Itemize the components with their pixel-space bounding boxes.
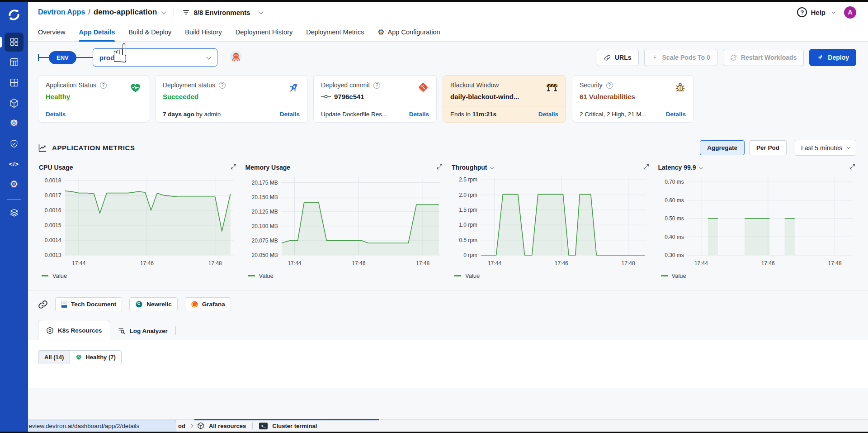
sidebar: ☸ </> ⚙ — [0, 2, 28, 432]
tab-build-history[interactable]: Build History — [185, 23, 222, 42]
sidebar-item-chart-store[interactable] — [0, 93, 28, 113]
screen-top-edge — [0, 0, 868, 2]
active-tab-indicator — [194, 419, 379, 420]
terminal-icon: >_ — [259, 423, 268, 429]
throughput-plot: 17:4417:4617:480 rpm0.5 rpm1.0 rpm1.5 rp… — [451, 173, 650, 269]
tab-label: K8s Resources — [58, 327, 102, 334]
tab-log-analyzer[interactable]: Log Analyzer — [110, 322, 175, 340]
details-link[interactable]: Details — [538, 111, 558, 118]
app-switcher-chevron-icon[interactable] — [161, 9, 166, 14]
chart-title[interactable]: Latency 99.9 — [658, 164, 696, 171]
blackout-window-card[interactable]: Blackout Window daily-blackout-wind... E… — [443, 75, 566, 123]
latency-plot: 17:4417:4617:480.30 ms0.40 ms0.50 ms0.60… — [657, 173, 857, 269]
tab-deployment-history[interactable]: Deployment History — [236, 23, 293, 42]
document-icon — [61, 300, 67, 308]
svg-text:0.70 ms: 0.70 ms — [665, 179, 684, 185]
card-title: Security — [580, 81, 603, 89]
urls-button-label: URLs — [615, 54, 632, 61]
help-menu[interactable]: ? Help — [797, 7, 835, 17]
deployed-commit-card[interactable]: Deployed commit? 9796c541 Update Dockerf… — [313, 75, 437, 123]
user-avatar[interactable]: A — [844, 6, 856, 19]
svg-text:0.0018: 0.0018 — [45, 177, 61, 184]
application-status-card[interactable]: Application Status? Healthy Details — [38, 75, 149, 123]
help-icon[interactable]: ? — [219, 82, 226, 89]
sidebar-item-stack[interactable] — [0, 202, 28, 223]
breadcrumb-app-name[interactable]: demo-application — [94, 8, 157, 17]
restart-workloads-label: Restart Workloads — [741, 54, 797, 61]
tab-build-deploy[interactable]: Build & Deploy — [128, 23, 171, 42]
app-screen: ☸ </> ⚙ Devtron Apps / demo-application — [0, 0, 868, 433]
severity-summary-text: 2 Critical, 2 High, 21 M... — [580, 111, 646, 118]
chart-metric-chevron-icon[interactable] — [698, 165, 702, 169]
time-range-dropdown[interactable]: Last 5 minutes — [795, 140, 856, 156]
sidebar-item-global-config[interactable]: ⚙ — [0, 174, 28, 195]
link-label: Grafana — [202, 301, 225, 308]
app-header: Devtron Apps / demo-application 8/8 Envi… — [28, 2, 868, 23]
filter-healthy[interactable]: Healthy (7) — [70, 351, 121, 364]
selected-environment: prod — [99, 54, 114, 62]
header-divider — [174, 7, 174, 17]
code-icon: </> — [5, 155, 24, 174]
details-link[interactable]: Details — [280, 111, 300, 118]
aggregate-toggle[interactable]: Aggregate — [700, 140, 745, 155]
help-icon[interactable]: ? — [100, 82, 107, 89]
sidebar-item-code[interactable]: </> — [0, 154, 28, 174]
tab-app-details[interactable]: App Details — [79, 23, 115, 42]
sidebar-item-security[interactable] — [0, 133, 28, 154]
all-resources-tab[interactable]: All resources — [209, 423, 246, 429]
restart-workloads-button[interactable]: Restart Workloads — [723, 49, 804, 66]
svg-text:20.175 MB: 20.175 MB — [251, 180, 278, 186]
expand-icon[interactable] — [231, 164, 236, 171]
grafana-link[interactable]: Grafana — [185, 297, 231, 311]
per-pod-toggle[interactable]: Per Pod — [749, 140, 787, 155]
newrelic-link[interactable]: Newrelic — [129, 297, 178, 311]
environments-selector[interactable]: 8/8 Environments — [182, 9, 263, 16]
tab-k8s-resources[interactable]: K8s Resources — [38, 320, 110, 340]
heart-pulse-icon — [75, 354, 82, 361]
card-title: Blackout Window — [450, 81, 499, 89]
card-title: Application Status — [46, 81, 96, 89]
urls-button[interactable]: URLs — [597, 49, 639, 66]
security-card[interactable]: Security? 61 Vulnerabilities 2 Critical,… — [572, 75, 693, 123]
details-link[interactable]: Details — [46, 111, 66, 118]
help-icon[interactable]: ? — [606, 82, 613, 89]
tech-document-link[interactable]: Tech Document — [55, 297, 122, 311]
throughput-chart: Throughput 17:4417:4617:480 rpm0.5 rpm1.… — [451, 163, 650, 279]
details-link[interactable]: Details — [666, 111, 686, 118]
svg-text:0.40 ms: 0.40 ms — [665, 234, 684, 240]
layers-icon — [5, 203, 24, 222]
expand-icon[interactable] — [643, 164, 649, 171]
environment-dropdown[interactable]: prod — [93, 48, 217, 67]
time-range-chevron-icon — [847, 145, 850, 149]
memory-usage-plot: 17:4417:4617:4820.050 MB20.075 MB20.100 … — [245, 173, 444, 269]
tab-deployment-metrics[interactable]: Deployment Metrics — [306, 23, 364, 42]
sidebar-item-app-groups[interactable] — [0, 72, 28, 93]
sidebar-item-jobs[interactable] — [0, 52, 28, 72]
deployment-status-value: Succeeded — [163, 93, 226, 100]
svg-text:0.0013: 0.0013 — [45, 252, 61, 258]
devtron-logo-icon[interactable] — [6, 7, 22, 24]
tab-overview[interactable]: Overview — [38, 23, 65, 42]
breadcrumb-fragment[interactable]: od — [178, 423, 185, 429]
tab-app-configuration[interactable]: ⚙ App Configuration — [377, 23, 440, 42]
chart-title[interactable]: Throughput — [452, 164, 487, 171]
deployment-status-card[interactable]: Deployment status? Succeeded 7 days ago … — [155, 75, 307, 123]
deploy-button[interactable]: Deploy — [809, 49, 856, 66]
expand-icon[interactable] — [437, 164, 443, 171]
details-link[interactable]: Details — [409, 111, 429, 118]
chart-metric-chevron-icon[interactable] — [490, 165, 493, 169]
svg-text:17:46: 17:46 — [352, 260, 365, 266]
expand-icon[interactable] — [849, 164, 855, 171]
sidebar-item-helm[interactable]: ☸ — [0, 113, 28, 133]
filter-all[interactable]: All (14) — [38, 351, 70, 364]
cpu-usage-plot: 17:4417:4617:480.00130.00140.00150.00160… — [38, 173, 237, 269]
help-icon[interactable]: ? — [373, 82, 380, 89]
sidebar-item-applications[interactable] — [0, 32, 28, 52]
rocket-icon — [816, 54, 824, 61]
barrier-icon — [546, 81, 558, 100]
scale-pods-button[interactable]: Scale Pods To 0 — [644, 49, 717, 66]
help-label: Help — [811, 9, 826, 16]
external-links-row: Tech Document Newrelic Grafana — [28, 290, 868, 319]
breadcrumb-app-type[interactable]: Devtron Apps — [38, 8, 85, 16]
cluster-terminal-tab[interactable]: Cluster terminal — [272, 423, 317, 429]
